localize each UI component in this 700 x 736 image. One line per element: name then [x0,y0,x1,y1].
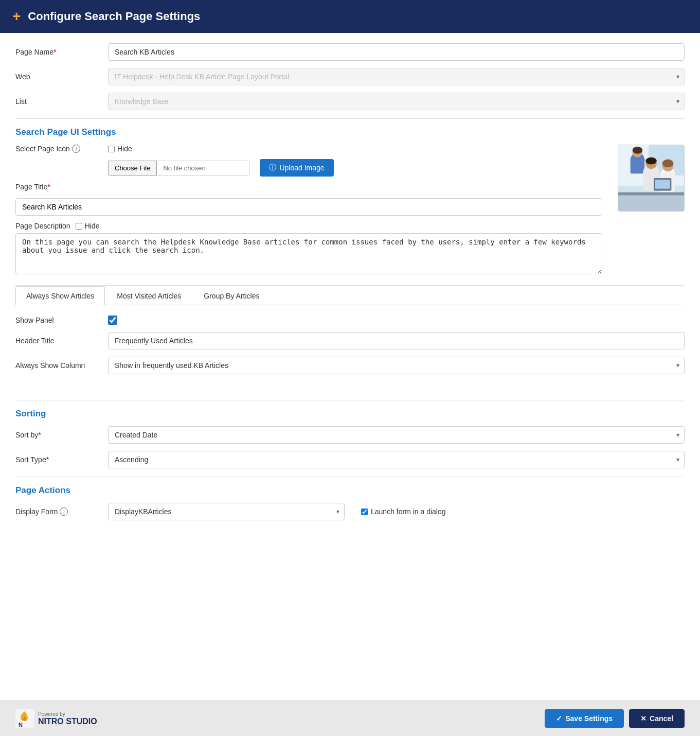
hide-desc-label[interactable]: Hide [76,222,100,230]
page-thumbnail [618,145,685,212]
show-panel-row: Show Panel [15,316,685,325]
plus-icon: + [12,9,21,24]
svg-rect-18 [655,180,670,189]
page-name-input[interactable] [108,43,685,61]
display-form-controls: DisplayKBArticles ▾ Launch form in a dia… [108,503,685,520]
sort-by-select[interactable]: Created Date Modified Date Title [108,426,685,444]
cancel-x-icon: ✕ [640,714,647,723]
cancel-button[interactable]: ✕ Cancel [629,709,685,728]
ui-settings-heading: Search Page UI Settings [15,127,685,137]
page-name-row: Page Name* [15,43,685,61]
file-name-display: No file chosen [157,161,249,176]
svg-text:N: N [19,722,23,728]
footer: N Powered by NITRO STUDIO ✓ Save Setting… [0,700,700,736]
choose-file-button[interactable]: Choose File [108,161,157,176]
upload-image-button[interactable]: ⓘ Upload Image [260,159,333,177]
tab-always-show-articles[interactable]: Always Show Articles [15,286,105,305]
hide-desc-checkbox[interactable] [76,223,82,230]
page-header-title: Configure Search Page Settings [28,10,200,23]
select-page-icon-row: Select Page Icon i Hide [15,145,607,153]
main-content: Page Name* Web IT Helpdesk - Help Desk K… [0,33,700,700]
svg-point-14 [645,157,657,165]
sort-type-label: Sort Type* [15,455,108,464]
display-form-select[interactable]: DisplayKBArticles [108,503,345,520]
page-actions-section: Page Actions Display Form i DisplayKBArt… [15,485,685,520]
display-form-info-icon[interactable]: i [60,507,68,516]
file-input-wrapper: Choose File No file chosen [108,161,249,176]
sort-by-select-wrapper: Created Date Modified Date Title ▾ [108,426,685,444]
tab-most-visited-articles[interactable]: Most Visited Articles [106,286,192,305]
page-title-input[interactable] [15,198,602,216]
tabs-section: Always Show Articles Most Visited Articl… [15,285,685,392]
always-show-column-row: Always Show Column Show in frequently us… [15,357,685,374]
footer-logo: N Powered by NITRO STUDIO [15,709,97,728]
sort-type-row: Sort Type* Ascending Descending ▾ [15,451,685,468]
always-show-column-select[interactable]: Show in frequently used KB Articles [108,357,685,374]
web-select-wrapper: IT Helpdesk - Help Desk KB Article Page … [108,68,685,85]
page-description-textarea[interactable]: On this page you can search the Helpdesk… [15,233,602,274]
always-show-column-label: Always Show Column [15,361,108,370]
show-panel-label: Show Panel [15,316,108,324]
show-panel-checkbox[interactable] [108,316,117,325]
svg-rect-15 [618,194,684,211]
svg-rect-16 [618,192,684,196]
checkmark-icon: ✓ [556,714,562,723]
page-description-label: Page Description [15,222,70,230]
select-page-icon-label: Select Page Icon i [15,145,103,153]
launch-form-checkbox[interactable] [361,509,368,515]
web-select[interactable]: IT Helpdesk - Help Desk KB Article Page … [108,68,685,85]
display-form-select-wrapper: DisplayKBArticles ▾ [108,503,345,520]
select-page-icon-info[interactable]: i [72,145,80,153]
header-title-label: Header Title [15,337,108,345]
sort-type-select[interactable]: Ascending Descending [108,451,685,468]
hide-icon-checkbox[interactable] [108,146,115,152]
sorting-section: Sorting Sort by* Created Date Modified D… [15,409,685,468]
list-select[interactable]: Knowledge Base [108,93,685,110]
page-icon-section: Select Page Icon i Hide Choose File No f… [15,145,685,276]
svg-point-13 [633,147,643,154]
web-row: Web IT Helpdesk - Help Desk KB Article P… [15,68,685,85]
list-select-wrapper: Knowledge Base ▾ [108,93,685,110]
list-row: List Knowledge Base ▾ [15,93,685,110]
page-actions-heading: Page Actions [15,485,685,496]
tab-content-always-show: Show Panel Header Title Always Show Colu… [15,316,685,392]
hide-icon-label[interactable]: Hide [108,145,132,153]
sort-by-label: Sort by* [15,431,108,439]
page-desc-header-row: Page Description Hide [15,222,607,230]
page-title-row: Page Title* [15,183,607,191]
nitro-logo-icon: N [15,709,34,728]
sorting-heading: Sorting [15,409,685,419]
sort-type-select-wrapper: Ascending Descending ▾ [108,451,685,468]
tab-group-by-articles[interactable]: Group By Articles [193,286,270,305]
page-title-input-row [15,198,607,216]
footer-actions: ✓ Save Settings ✕ Cancel [545,709,685,728]
display-form-label: Display Form i [15,507,108,516]
file-upload-row: Choose File No file chosen ⓘ Upload Imag… [15,159,607,177]
header: + Configure Search Page Settings [0,0,700,33]
upload-icon: ⓘ [269,163,276,172]
svg-point-12 [662,160,674,168]
always-show-column-select-wrapper: Show in frequently used KB Articles ▾ [108,357,685,374]
svg-rect-5 [631,159,645,174]
page-name-label: Page Name* [15,48,108,56]
web-label: Web [15,73,108,81]
launch-form-label[interactable]: Launch form in a dialog [361,507,446,516]
nitro-studio-text: Powered by NITRO STUDIO [38,711,97,726]
header-title-row: Header Title [15,332,685,349]
tabs-bar: Always Show Articles Most Visited Articl… [15,286,685,305]
page-icon-form: Select Page Icon i Hide Choose File No f… [15,145,607,276]
sort-by-row: Sort by* Created Date Modified Date Titl… [15,426,685,444]
page-title-label: Page Title* [15,183,108,191]
save-settings-button[interactable]: ✓ Save Settings [545,709,624,728]
display-form-row: Display Form i DisplayKBArticles ▾ Launc… [15,503,685,520]
header-title-input[interactable] [108,332,685,349]
list-label: List [15,97,108,106]
thumbnail-svg [618,145,684,211]
